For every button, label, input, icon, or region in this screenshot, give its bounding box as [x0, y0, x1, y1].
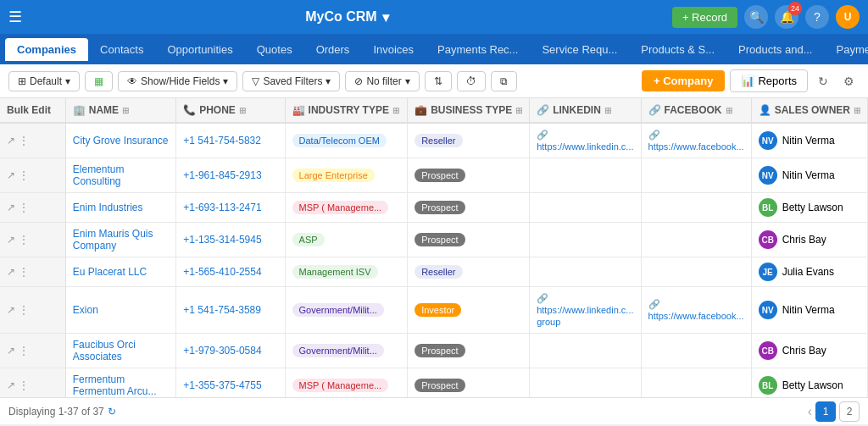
- business-badge: Prospect: [415, 201, 465, 214]
- phone-link[interactable]: +1-979-305-0584: [183, 345, 261, 357]
- linkedin-col-expand[interactable]: ⊞: [604, 106, 611, 115]
- expand-row-icon[interactable]: ↗: [7, 234, 15, 246]
- record-button[interactable]: + Record: [672, 7, 737, 28]
- show-hide-label: Show/Hide Fields: [141, 75, 220, 87]
- industry-header-label: INDUSTRY TYPE: [309, 104, 389, 116]
- sort-button[interactable]: ⇅: [425, 71, 452, 91]
- saved-filters-button[interactable]: ▽ Saved Filters ▾: [242, 71, 340, 91]
- view-selector[interactable]: ⊞ Default ▾: [8, 71, 80, 91]
- tab-invoices[interactable]: Invoices: [361, 38, 426, 61]
- tab-products-and[interactable]: Products and...: [726, 38, 824, 61]
- facebook-link[interactable]: 🔗 https://www.facebook...: [648, 299, 744, 321]
- owner-avatar: JE: [759, 263, 777, 281]
- name-col-expand[interactable]: ⊞: [122, 106, 129, 115]
- pagination-page1[interactable]: 1: [815, 401, 836, 422]
- pagination-prev-icon[interactable]: ‹: [808, 404, 812, 419]
- linkedin-link[interactable]: 🔗 https://www.linkedin.c...: [537, 130, 633, 152]
- add-company-button[interactable]: + Company: [642, 70, 725, 91]
- industry-col-expand[interactable]: ⊞: [392, 106, 399, 115]
- facebook-col-expand[interactable]: ⊞: [726, 106, 732, 115]
- user-avatar[interactable]: U: [836, 5, 860, 29]
- row-menu-icon[interactable]: ⋮: [19, 266, 29, 278]
- name-header[interactable]: 🏢 NAME ⊞: [65, 98, 175, 123]
- row-menu-icon[interactable]: ⋮: [19, 379, 29, 391]
- facebook-header[interactable]: 🔗 FACEBOOK ⊞: [641, 98, 751, 123]
- company-name-link[interactable]: Exion: [73, 304, 98, 316]
- tab-opportunities[interactable]: Opportunities: [155, 38, 244, 61]
- tab-payment-terms[interactable]: Payment Terms: [824, 38, 868, 61]
- company-name-link[interactable]: Faucibus Orci Associates: [73, 339, 136, 362]
- footer-refresh-icon[interactable]: ↻: [108, 406, 116, 418]
- phone-col-expand[interactable]: ⊞: [239, 106, 246, 115]
- reports-button[interactable]: 📊 Reports: [730, 69, 808, 92]
- phone-link[interactable]: +1-693-113-2471: [183, 202, 261, 213]
- expand-row-icon[interactable]: ↗: [7, 379, 15, 391]
- company-name-link[interactable]: Enim Industries: [73, 202, 143, 213]
- company-name-link[interactable]: Enim Mauris Quis Company: [73, 228, 153, 252]
- tab-contacts[interactable]: Contacts: [88, 38, 155, 61]
- expand-row-icon[interactable]: ↗: [7, 345, 15, 357]
- row-menu-icon[interactable]: ⋮: [19, 169, 29, 181]
- phone-link[interactable]: +1 541-754-5832: [183, 135, 261, 147]
- company-name-link[interactable]: Fermentum Fermentum Arcu...: [73, 373, 157, 397]
- phone-header[interactable]: 📞 PHONE ⊞: [176, 98, 285, 123]
- row-menu-icon[interactable]: ⋮: [19, 202, 29, 213]
- sales-owner-header[interactable]: 👤 SALES OWNER ⊞: [751, 98, 867, 123]
- name-header-icon: 🏢: [73, 104, 86, 116]
- row-business-cell: Reseller: [408, 257, 530, 287]
- tab-orders[interactable]: Orders: [304, 38, 362, 61]
- business-col-expand[interactable]: ⊞: [515, 106, 522, 115]
- companies-table-container: Bulk Edit 🏢 NAME ⊞ 📞 PHONE ⊞: [0, 98, 868, 397]
- tab-products-s[interactable]: Products & S...: [629, 38, 726, 61]
- row-owner-cell: CB Chris Bay: [751, 334, 867, 368]
- company-name-link[interactable]: City Grove Insurance: [73, 135, 169, 147]
- settings-icon[interactable]: ⚙: [838, 71, 860, 91]
- pagination-page2[interactable]: 2: [839, 401, 860, 422]
- view-type-button[interactable]: ▦: [85, 71, 113, 91]
- expand-row-icon[interactable]: ↗: [7, 135, 15, 147]
- company-name-link[interactable]: Elementum Consulting: [73, 163, 125, 187]
- row-menu-icon[interactable]: ⋮: [19, 234, 29, 246]
- tab-service-requ[interactable]: Service Requ...: [530, 38, 629, 61]
- linkedin-header[interactable]: 🔗 LINKEDIN ⊞: [530, 98, 641, 123]
- copy-button[interactable]: ⧉: [491, 71, 517, 91]
- app-dropdown-icon[interactable]: ▾: [382, 9, 389, 25]
- row-menu-icon[interactable]: ⋮: [19, 345, 29, 357]
- phone-link[interactable]: +1 541-754-3589: [183, 304, 261, 316]
- industry-header[interactable]: 🏭 INDUSTRY TYPE ⊞: [285, 98, 408, 123]
- row-menu-icon[interactable]: ⋮: [19, 135, 29, 147]
- bulk-edit-label: Bulk Edit: [7, 104, 51, 116]
- row-menu-icon[interactable]: ⋮: [19, 304, 29, 316]
- expand-row-icon[interactable]: ↗: [7, 266, 15, 278]
- menu-icon[interactable]: ☰: [8, 8, 22, 26]
- clock-button[interactable]: ⏱: [457, 71, 486, 91]
- linkedin-link[interactable]: 🔗 https://www.linkedin.c... group: [537, 293, 633, 327]
- sales-owner-info: BL Betty Lawson: [759, 198, 860, 217]
- sales-owner-info: NV Nitin Verma: [759, 166, 860, 185]
- business-header[interactable]: 💼 BUSINESS TYPE ⊞: [408, 98, 530, 123]
- show-hide-fields-button[interactable]: 👁 Show/Hide Fields ▾: [118, 71, 237, 91]
- company-name-link[interactable]: Eu Placerat LLC: [73, 266, 147, 278]
- owner-avatar: CB: [759, 341, 777, 360]
- no-filter-button[interactable]: ⊘ No filter ▾: [345, 71, 419, 91]
- refresh-icon[interactable]: ↻: [813, 71, 833, 91]
- owner-name: Betty Lawson: [782, 202, 843, 213]
- phone-link[interactable]: +1-355-375-4755: [183, 379, 261, 391]
- tab-payments-rec[interactable]: Payments Rec...: [426, 38, 530, 61]
- expand-row-icon[interactable]: ↗: [7, 169, 15, 181]
- search-icon[interactable]: 🔍: [744, 5, 768, 29]
- expand-row-icon[interactable]: ↗: [7, 202, 15, 213]
- expand-row-icon[interactable]: ↗: [7, 304, 15, 316]
- tab-quotes[interactable]: Quotes: [245, 38, 304, 61]
- tab-companies[interactable]: Companies: [5, 38, 88, 61]
- phone-link[interactable]: +1-565-410-2554: [183, 266, 261, 278]
- help-icon[interactable]: ?: [805, 5, 829, 29]
- facebook-link[interactable]: 🔗 https://www.facebook...: [648, 130, 744, 152]
- notifications-icon[interactable]: 🔔 24: [775, 5, 798, 29]
- sales-col-expand[interactable]: ⊞: [854, 106, 860, 115]
- eye-icon: 👁: [127, 75, 137, 87]
- phone-link[interactable]: +1-135-314-5945: [183, 234, 261, 246]
- phone-link[interactable]: +1-961-845-2913: [183, 169, 261, 181]
- industry-badge: ASP: [292, 233, 325, 246]
- toolbar: ⊞ Default ▾ ▦ 👁 Show/Hide Fields ▾ ▽ Sav…: [0, 64, 868, 98]
